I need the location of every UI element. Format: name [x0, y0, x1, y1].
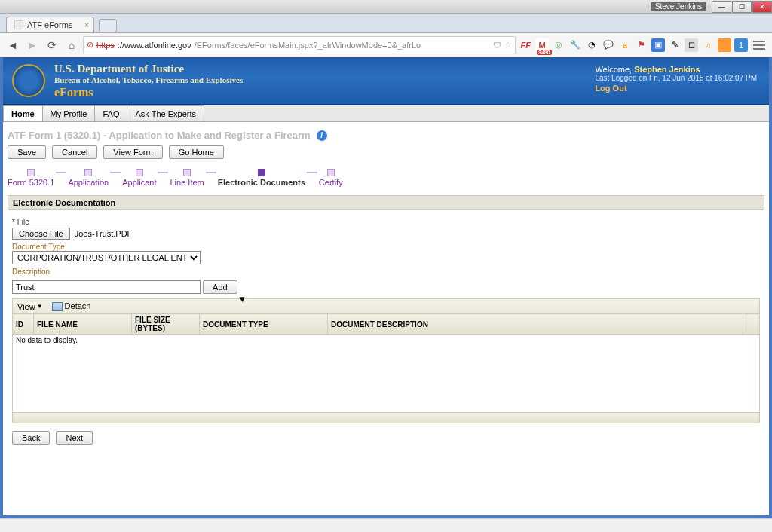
document-type-select[interactable]: CORPORATION/TRUST/OTHER LEGAL ENTITY [12, 251, 201, 264]
new-tab-button[interactable] [99, 19, 117, 32]
table-toolbar: View ▼ Detach [12, 298, 760, 313]
doj-seal-icon [12, 64, 45, 97]
evernote-extension-icon[interactable]: ◎ [552, 38, 565, 52]
col-id[interactable]: ID [13, 314, 34, 335]
last-logged: Last Logged on Fri, 12 Jun 2015 at 16:02… [595, 74, 757, 82]
forward-button[interactable]: ► [24, 37, 41, 54]
nav-tab-home[interactable]: Home [3, 105, 43, 121]
train-stop-line-item[interactable]: Line Item [170, 169, 204, 187]
go-home-button[interactable]: Go Home [169, 145, 224, 159]
train-stop-electronic-documents[interactable]: Electronic Documents [218, 169, 305, 187]
windows-titlebar: Steve Jenkins — ☐ ✕ [0, 0, 772, 14]
table-footer [12, 413, 760, 423]
close-tab-icon[interactable]: × [84, 20, 89, 29]
wrench-extension-icon[interactable]: 🔧 [568, 38, 582, 52]
view-menu[interactable]: View ▼ [17, 302, 43, 311]
url-path: /EForms/faces/eFormsMain.jspx?_afrWindow… [195, 41, 421, 50]
add-button[interactable]: Add [203, 280, 237, 294]
train-stop-certify[interactable]: Certify [319, 169, 343, 187]
chosen-filename: Joes-Trust.PDF [75, 229, 133, 238]
address-bar[interactable]: ⊘ https ://www.atfonline.gov /EForms/fac… [83, 36, 516, 54]
nav-tab-faq[interactable]: FAQ [94, 105, 127, 121]
chevron-down-icon: ▼ [37, 303, 43, 310]
ff-extension-icon[interactable]: F₣ [519, 38, 532, 52]
dept-name: U.S. Department of Justice [54, 63, 243, 75]
window-minimize-button[interactable]: — [712, 1, 731, 13]
chrome-menu-button[interactable] [751, 37, 767, 54]
flag-extension-icon[interactable]: ⚑ [635, 38, 648, 52]
onepassword-extension-icon[interactable]: 1 [734, 38, 748, 52]
choose-file-button[interactable]: Choose File [12, 228, 70, 240]
info-icon[interactable]: i [317, 130, 327, 141]
bureau-name: Bureau of Alcohol, Tobacco, Firearms and… [54, 75, 243, 84]
next-button-wizard[interactable]: Next [56, 431, 93, 445]
window-close-button[interactable]: ✕ [752, 1, 772, 13]
detach-icon [52, 302, 63, 311]
nav-tab-ask-experts[interactable]: Ask The Experts [127, 105, 204, 121]
col-file-name[interactable]: FILE NAME [34, 314, 132, 335]
agency-header: U.S. Department of Justice Bureau of Alc… [3, 57, 769, 105]
wizard-train: Form 5320.1 Application Applicant Line I… [8, 165, 764, 191]
browser-tab[interactable]: ATF eForms × [6, 17, 94, 32]
wand-extension-icon[interactable]: ✎ [668, 38, 682, 52]
shield-icon[interactable]: 🛡 [493, 41, 501, 50]
col-document-description[interactable]: DOCUMENT DESCRIPTION [328, 314, 743, 335]
home-button[interactable]: ⌂ [63, 37, 80, 54]
main-nav: Home My Profile FAQ Ask The Experts [3, 105, 769, 122]
col-actions [743, 314, 760, 335]
app-name: eForms [54, 86, 243, 99]
reload-button[interactable]: ⟳ [44, 37, 60, 54]
page-body: U.S. Department of Justice Bureau of Alc… [0, 57, 772, 518]
window-maximize-button[interactable]: ☐ [732, 1, 752, 13]
page-favicon-icon [14, 20, 23, 29]
detach-button[interactable]: Detach [52, 301, 91, 311]
orange-extension-icon[interactable] [718, 38, 731, 52]
bookmark-icon[interactable]: ☆ [504, 40, 512, 50]
document-type-label: Document Type [12, 243, 760, 251]
no-data-message: No data to display. [13, 335, 760, 347]
security-warning-icon: ⊘ [87, 40, 93, 50]
music-extension-icon[interactable]: ♫ [701, 38, 715, 52]
back-button-wizard[interactable]: Back [12, 431, 50, 445]
back-button[interactable]: ◄ [5, 37, 21, 54]
cancel-button[interactable]: Cancel [52, 145, 97, 159]
windows-user-badge: Steve Jenkins [651, 2, 706, 11]
url-host: ://www.atfonline.gov [118, 41, 191, 50]
train-stop-form[interactable]: Form 5320.1 [8, 169, 54, 187]
col-file-size[interactable]: FILE SIZE (BYTES) [132, 314, 200, 335]
browser-tab-strip: ATF eForms × [0, 14, 772, 33]
nav-tab-my-profile[interactable]: My Profile [42, 105, 96, 121]
save-button[interactable]: Save [8, 145, 46, 159]
clock-extension-icon[interactable]: ◔ [585, 38, 599, 52]
logout-link[interactable]: Log Out [595, 84, 626, 93]
browser-toolbar: ◄ ► ⟳ ⌂ ⊘ https ://www.atfonline.gov /EF… [0, 33, 772, 57]
extensions-row: F₣ M3480 ◎ 🔧 ◔ 💬 a ⚑ ▣ ✎ ◻ ♫ 1 [519, 38, 748, 52]
welcome-user: Stephen Jenkins [634, 65, 700, 74]
url-scheme: https [96, 41, 115, 50]
file-label: * File [12, 218, 760, 226]
amazon-extension-icon[interactable]: a [618, 38, 632, 52]
train-stop-application[interactable]: Application [68, 169, 109, 187]
browser-status-bar [0, 518, 772, 532]
col-document-type[interactable]: DOCUMENT TYPE [200, 314, 328, 335]
description-input[interactable] [12, 280, 201, 294]
section-title: Electronic Documentation [8, 195, 764, 210]
welcome-label: Welcome, [595, 65, 632, 74]
gmail-extension-icon[interactable]: M3480 [535, 38, 549, 52]
page-title: ATF Form 1 (5320.1) - Application to Mak… [8, 130, 311, 141]
browser-tab-title: ATF eForms [27, 20, 72, 29]
train-stop-applicant[interactable]: Applicant [122, 169, 156, 187]
description-label: Description [12, 268, 760, 276]
gmail-badge: 3480 [537, 50, 552, 55]
chat-extension-icon[interactable]: 💬 [602, 38, 615, 52]
documents-table: ID FILE NAME FILE SIZE (BYTES) DOCUMENT … [12, 313, 760, 413]
folder-extension-icon[interactable]: ▣ [651, 38, 665, 52]
view-form-button[interactable]: View Form [103, 145, 162, 159]
grey-extension-icon[interactable]: ◻ [685, 38, 698, 52]
